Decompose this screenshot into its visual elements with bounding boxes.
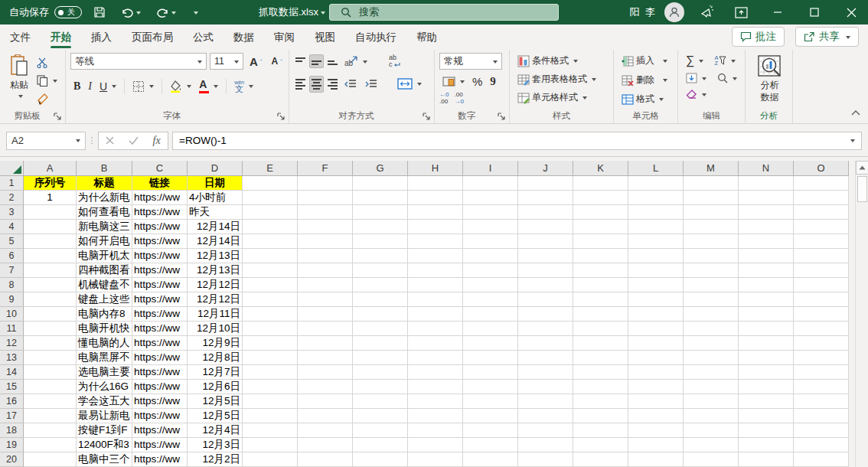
cell-h17[interactable] [408,409,463,423]
cell-e13[interactable] [243,351,298,365]
grow-font-button[interactable]: Aˆ [246,54,266,69]
cell-j4[interactable] [518,220,573,234]
cell-b3[interactable]: 如何查看电 [77,205,132,220]
maximize-button[interactable] [798,0,831,24]
cell-a15[interactable] [24,380,77,394]
cell-a18[interactable] [24,423,77,438]
column-header-m[interactable]: M [684,161,739,176]
cell-o18[interactable] [794,423,849,438]
cell-b5[interactable]: 如何开启电 [77,234,132,249]
cell-e5[interactable] [243,234,298,249]
cell-a11[interactable] [24,322,77,336]
cell-d10[interactable]: 12月11日 [188,307,243,322]
cell-o17[interactable] [794,409,849,423]
cell-f13[interactable] [298,351,353,365]
column-header-i[interactable]: I [463,161,518,176]
cell-b8[interactable]: 机械键盘不 [77,278,132,292]
cell-k6[interactable] [573,249,628,263]
cell-m14[interactable] [684,365,739,380]
cell-j9[interactable] [518,292,573,307]
active-cell[interactable]: 1 [24,191,77,205]
cell-j8[interactable] [518,278,573,292]
find-select-button[interactable] [714,71,740,85]
cell-o1[interactable] [794,176,849,191]
cell-n2[interactable] [739,191,794,205]
cell-f20[interactable] [298,452,353,467]
font-dialog-launcher[interactable] [276,112,286,121]
column-header-k[interactable]: K [573,161,628,176]
autosave-toggle[interactable]: 自动保存 关 [9,5,82,19]
paste-button[interactable]: 粘贴 [5,53,34,106]
middle-align-button[interactable] [309,54,324,68]
cell-i12[interactable] [463,336,518,351]
cell-j16[interactable] [518,394,573,409]
cell-i14[interactable] [463,365,518,380]
column-header-d[interactable]: D [188,161,243,176]
cell-d9[interactable]: 12月12日 [188,292,243,307]
cell-c13[interactable]: https://ww [132,351,188,365]
percent-style-button[interactable]: % [469,73,485,90]
cell-h14[interactable] [408,365,463,380]
cell-c7[interactable]: https://ww [132,263,188,278]
cell-o10[interactable] [794,307,849,322]
avatar[interactable] [664,2,684,22]
decrease-decimal-button[interactable]: .00→0 [454,92,463,106]
cell-e20[interactable] [243,452,298,467]
cell-c1[interactable]: 链接 [132,176,188,191]
cell-a9[interactable] [24,292,77,307]
cell-e15[interactable] [243,380,298,394]
close-button[interactable] [834,0,868,24]
cell-b12[interactable]: 懂电脑的人 [77,336,132,351]
underline-button[interactable]: U [96,79,119,94]
clipboard-dialog-launcher[interactable] [53,112,62,121]
analyze-data-button[interactable]: 分析 数据 [750,53,789,105]
cell-j10[interactable] [518,307,573,322]
cell-m17[interactable] [684,409,739,423]
cell-i16[interactable] [463,394,518,409]
redo-button[interactable] [152,2,180,23]
cell-b2[interactable]: 为什么新电 [77,191,132,205]
cell-j20[interactable] [518,452,573,467]
cell-c8[interactable]: https://ww [132,278,188,292]
cell-n11[interactable] [739,322,794,336]
cell-b7[interactable]: 四种截图看 [77,263,132,278]
merge-center-button[interactable] [394,77,425,91]
cell-e4[interactable] [243,220,298,234]
cell-l11[interactable] [628,322,684,336]
cell-o16[interactable] [794,394,849,409]
align-right-button[interactable] [326,77,339,92]
cell-b4[interactable]: 新电脑这三 [77,220,132,234]
cell-m5[interactable] [684,234,739,249]
cell-k4[interactable] [573,220,628,234]
cell-i13[interactable] [463,351,518,365]
cell-g16[interactable] [353,394,408,409]
comma-style-button[interactable]: 9 [487,73,499,90]
cell-g4[interactable] [353,220,408,234]
cell-i7[interactable] [463,263,518,278]
cell-a12[interactable] [24,336,77,351]
phonetic-guide-button[interactable]: wén文 [231,78,256,95]
row-header-19[interactable]: 19 [0,438,24,452]
coming-soon-button[interactable] [693,0,721,24]
cell-d16[interactable]: 12月5日 [188,394,243,409]
select-all-corner[interactable] [0,161,24,176]
cell-k8[interactable] [573,278,628,292]
cell-k19[interactable] [573,438,628,452]
row-header-16[interactable]: 16 [0,394,24,409]
search-input[interactable]: 搜索 [329,4,559,21]
cell-h19[interactable] [408,438,463,452]
cell-g17[interactable] [353,409,408,423]
cell-n3[interactable] [739,205,794,220]
user-name[interactable]: 阳 李 [629,5,657,19]
cell-i3[interactable] [463,205,518,220]
cell-n5[interactable] [739,234,794,249]
font-size-select[interactable]: 11 [210,53,243,70]
cell-b1[interactable]: 标题 [77,176,132,191]
cell-l4[interactable] [628,220,684,234]
cell-l17[interactable] [628,409,684,423]
cell-n10[interactable] [739,307,794,322]
cell-m3[interactable] [684,205,739,220]
column-header-a[interactable]: A [24,161,77,176]
cell-g2[interactable] [353,191,408,205]
cell-i10[interactable] [463,307,518,322]
